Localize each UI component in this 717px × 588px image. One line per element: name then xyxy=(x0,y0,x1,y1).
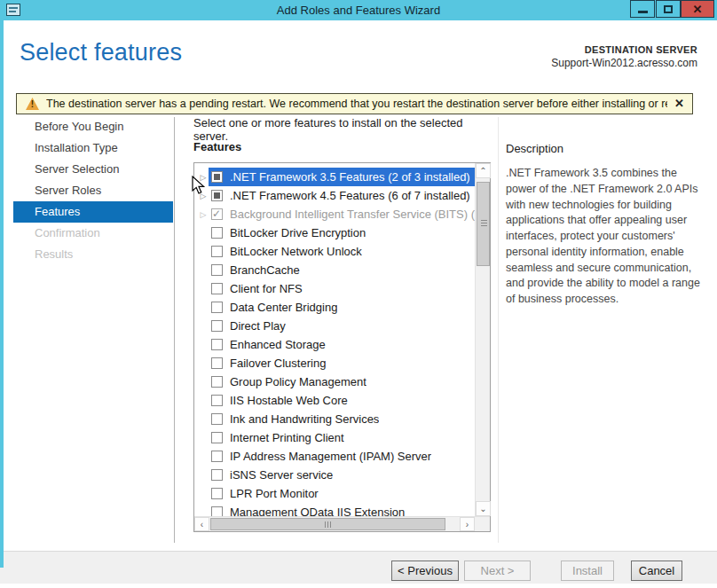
feature-row-main: IIS Hostable Web Core xyxy=(209,391,475,410)
scroll-left-icon[interactable]: ‹ xyxy=(194,517,209,531)
feature-label: Failover Clustering xyxy=(230,357,326,370)
feature-row-main: Management OData IIS Extension xyxy=(209,503,475,516)
feature-label: BitLocker Network Unlock xyxy=(230,245,362,258)
feature-checkbox[interactable] xyxy=(211,190,223,201)
scroll-grip xyxy=(325,521,332,528)
horizontal-scrollbar[interactable]: ‹ › xyxy=(194,516,490,531)
feature-row-data-center-bridging[interactable]: Data Center Bridging xyxy=(194,298,475,317)
sidebar-item-server-roles[interactable]: Server Roles xyxy=(13,180,173,201)
feature-label: Client for NFS xyxy=(230,282,303,295)
feature-checkbox[interactable] xyxy=(211,506,223,516)
feature-label: BitLocker Drive Encryption xyxy=(230,226,366,239)
sidebar-item-server-selection[interactable]: Server Selection xyxy=(13,159,173,180)
feature-checkbox[interactable] xyxy=(211,227,223,239)
feature-label: Group Policy Management xyxy=(230,375,366,388)
feature-row-main: Data Center Bridging xyxy=(209,298,475,317)
feature-row-internet-printing-client[interactable]: Internet Printing Client xyxy=(194,428,475,447)
feature-row-ink-and-handwriting-services[interactable]: Ink and Handwriting Services xyxy=(194,410,475,428)
feature-label: BranchCache xyxy=(230,263,300,277)
previous-button[interactable]: < Previous xyxy=(391,561,459,581)
close-icon: ✕ xyxy=(693,3,703,16)
maximize-button[interactable] xyxy=(656,0,681,18)
scroll-up-icon[interactable]: ⌃ xyxy=(476,163,491,178)
feature-checkbox[interactable] xyxy=(211,264,223,276)
vertical-scroll-thumb[interactable] xyxy=(477,182,490,266)
feature-row-main: IP Address Management (IPAM) Server xyxy=(209,447,475,466)
feature-checkbox[interactable] xyxy=(211,413,223,425)
feature-label: Direct Play xyxy=(230,319,286,333)
feature-checkbox[interactable] xyxy=(211,283,223,294)
warning-close-icon[interactable]: ✕ xyxy=(674,97,684,110)
feature-row-direct-play[interactable]: Direct Play xyxy=(194,317,475,335)
horizontal-scroll-thumb[interactable] xyxy=(210,518,445,530)
scroll-right-icon[interactable]: › xyxy=(460,517,475,531)
feature-row-bitlocker-drive-encryption[interactable]: BitLocker Drive Encryption xyxy=(194,223,475,242)
scroll-down-icon[interactable]: ⌄ xyxy=(476,501,491,516)
feature-checkbox[interactable] xyxy=(211,320,223,332)
feature-checkbox[interactable] xyxy=(211,432,223,443)
feature-checkbox[interactable] xyxy=(211,171,223,183)
sidebar-item-features[interactable]: Features xyxy=(13,201,173,223)
feature-row-iis-hostable-web-core[interactable]: IIS Hostable Web Core xyxy=(194,391,475,410)
vertical-scrollbar[interactable]: ⌃ ⌄ xyxy=(475,163,490,516)
features-list: ▷.NET Framework 3.5 Features (2 of 3 ins… xyxy=(194,163,475,516)
sidebar-item-confirmation: Confirmation xyxy=(13,223,173,244)
feature-checkbox[interactable] xyxy=(211,302,223,313)
feature-label: Internet Printing Client xyxy=(230,431,344,444)
description-divider xyxy=(498,117,499,543)
feature-checkbox[interactable] xyxy=(211,488,223,499)
cancel-button[interactable]: Cancel xyxy=(631,561,682,581)
feature-row-group-policy-management[interactable]: Group Policy Management xyxy=(194,372,475,391)
feature-row-main: Background Intelligent Transfer Service … xyxy=(209,205,475,223)
feature-row-main: Internet Printing Client xyxy=(209,428,475,447)
feature-row-ip-address-management-ipam-server[interactable]: IP Address Management (IPAM) Server xyxy=(194,447,475,466)
feature-label: Management OData IIS Extension xyxy=(230,506,405,516)
feature-row-branchcache[interactable]: BranchCache xyxy=(194,261,475,279)
expand-arrow-icon[interactable]: ▷ xyxy=(198,192,209,200)
feature-row-main: iSNS Server service xyxy=(209,466,475,484)
close-button[interactable]: ✕ xyxy=(681,0,714,18)
feature-row-isns-server-service[interactable]: iSNS Server service xyxy=(194,466,475,484)
sidebar-item-results: Results xyxy=(13,244,173,265)
expand-arrow-icon[interactable]: ▷ xyxy=(198,210,209,219)
feature-checkbox[interactable] xyxy=(211,208,223,220)
expand-arrow-icon[interactable]: ▷ xyxy=(198,173,209,182)
feature-checkbox[interactable] xyxy=(211,395,223,406)
feature-checkbox[interactable] xyxy=(211,451,223,462)
minimize-button[interactable] xyxy=(630,0,655,18)
feature-row-main: BranchCache xyxy=(209,261,475,279)
feature-row-net-framework-3-5-features-2-of-3-installed[interactable]: ▷.NET Framework 3.5 Features (2 of 3 ins… xyxy=(194,168,475,186)
scrollbar-corner xyxy=(475,517,490,531)
feature-label: iSNS Server service xyxy=(230,468,333,482)
feature-row-bitlocker-network-unlock[interactable]: BitLocker Network Unlock xyxy=(194,242,475,261)
feature-row-lpr-port-monitor[interactable]: LPR Port Monitor xyxy=(194,484,475,503)
feature-row-failover-clustering[interactable]: Failover Clustering xyxy=(194,354,475,372)
feature-row-net-framework-4-5-features-6-of-7-installed[interactable]: ▷.NET Framework 4.5 Features (6 of 7 ins… xyxy=(194,186,475,205)
warning-text: The destination server has a pending res… xyxy=(46,98,667,110)
scroll-grip xyxy=(481,220,487,227)
feature-label: .NET Framework 4.5 Features (6 of 7 inst… xyxy=(230,189,470,202)
sidebar-item-before-you-begin[interactable]: Before You Begin xyxy=(13,116,173,137)
feature-row-main: Ink and Handwriting Services xyxy=(209,410,475,428)
minimize-icon xyxy=(638,11,648,13)
feature-row-main: .NET Framework 4.5 Features (6 of 7 inst… xyxy=(209,186,475,205)
feature-row-enhanced-storage[interactable]: Enhanced Storage xyxy=(194,335,475,354)
feature-checkbox[interactable] xyxy=(211,376,223,388)
feature-row-main: .NET Framework 3.5 Features (2 of 3 inst… xyxy=(209,168,475,186)
feature-checkbox[interactable] xyxy=(211,246,223,257)
feature-row-background-intelligent-transfer-service-bits-installed[interactable]: ▷Background Intelligent Transfer Service… xyxy=(194,205,475,223)
next-button: Next > xyxy=(464,561,531,581)
feature-row-main: BitLocker Network Unlock xyxy=(209,242,475,261)
feature-checkbox[interactable] xyxy=(211,357,223,369)
feature-checkbox[interactable] xyxy=(211,469,223,481)
feature-row-management-odata-iis-extension[interactable]: Management OData IIS Extension xyxy=(194,503,475,516)
destination-server-label: DESTINATION SERVER xyxy=(551,44,697,55)
warning-icon xyxy=(26,98,39,110)
feature-label: Background Intelligent Transfer Service … xyxy=(230,208,475,221)
title-bar[interactable]: Add Roles and Features Wizard ✕ xyxy=(0,0,717,20)
feature-row-client-for-nfs[interactable]: Client for NFS xyxy=(194,279,475,298)
feature-checkbox[interactable] xyxy=(211,339,223,350)
feature-label: Enhanced Storage xyxy=(230,338,326,351)
sidebar-divider xyxy=(174,117,175,543)
sidebar-item-installation-type[interactable]: Installation Type xyxy=(13,137,173,159)
